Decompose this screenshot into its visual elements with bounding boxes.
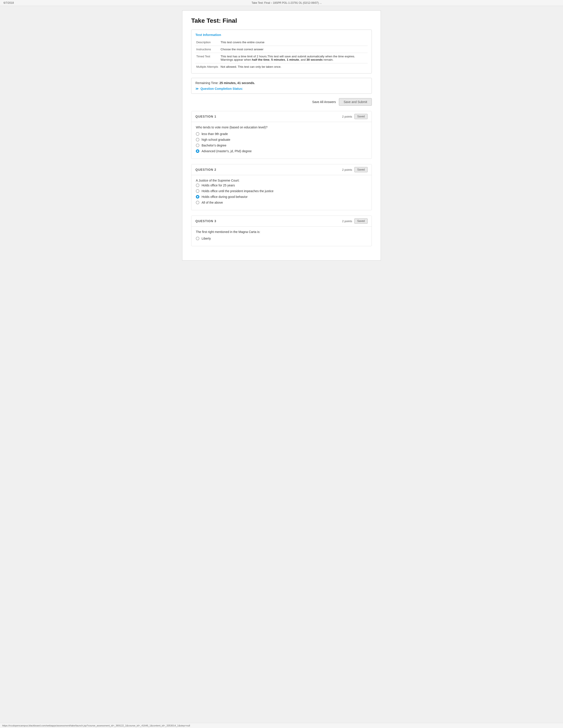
option-label: Holds office for 25 years	[201, 184, 235, 187]
list-item[interactable]: Bachelor's degree	[196, 144, 367, 147]
radio-icon[interactable]	[196, 184, 199, 187]
question-2-header: QUESTION 2 2 points Saved	[191, 164, 372, 175]
question-2-points: 2 points	[342, 168, 352, 171]
actions-row: Save All Answers Save and Submit	[191, 98, 372, 106]
radio-icon[interactable]	[196, 138, 199, 141]
list-item[interactable]: Advanced (master's, jd, Phd) degree	[196, 149, 367, 153]
info-row-description: Description This test covers the entire …	[195, 39, 368, 46]
info-row-instructions: Instructions Choose the most correct ans…	[195, 46, 368, 53]
question-1-header: QUESTION 1 2 points Saved	[191, 111, 372, 122]
info-label-instructions: Instructions	[195, 46, 220, 53]
option-label: Bachelor's degree	[201, 144, 226, 147]
radio-icon-selected[interactable]	[196, 149, 199, 153]
question-3-options: Liberty	[196, 237, 367, 240]
list-item[interactable]: Holds office until the president impeach…	[196, 189, 367, 193]
info-value-timed: This test has a time limit of 2 hours.Th…	[220, 53, 368, 63]
test-info-table: Description This test covers the entire …	[195, 39, 368, 70]
question-1-meta: 2 points Saved	[342, 114, 368, 119]
info-label-attempts: Multiple Attempts	[195, 63, 220, 70]
question-2-label: QUESTION 2	[195, 168, 216, 171]
option-label: Holds office until the president impeach…	[201, 189, 273, 193]
info-value-instructions: Choose the most correct answer	[220, 46, 368, 53]
list-item[interactable]: All of the above	[196, 201, 367, 204]
question-2-meta: 2 points Saved	[342, 167, 368, 172]
radio-icon[interactable]	[196, 189, 199, 193]
question-3-header: QUESTION 3 2 points Saved	[191, 216, 372, 227]
radio-icon[interactable]	[196, 144, 199, 147]
remaining-time: Remaining Time: 25 minutes, 41 seconds.	[195, 81, 368, 85]
question-3-text: The first right mentioned in the Magna C…	[196, 230, 367, 234]
option-label: high school graduate	[201, 138, 230, 141]
page-title: Take Test: Final	[191, 17, 372, 24]
option-label: Holds office during good behavior	[201, 195, 247, 199]
question-1-text: Who tends to vote more (based on educati…	[196, 126, 367, 129]
question-block-2: QUESTION 2 2 points Saved A Justice of t…	[191, 164, 372, 210]
question-2-saved-badge: Saved	[354, 167, 368, 172]
list-item[interactable]: Holds office during good behavior	[196, 195, 367, 199]
completion-arrow-icon: ≫	[195, 87, 199, 90]
option-label: All of the above	[201, 201, 223, 204]
info-value-attempts: Not allowed. This test can only be taken…	[220, 63, 368, 70]
completion-label: Question Completion Status:	[200, 87, 243, 90]
remaining-time-prefix: Remaining Time:	[195, 81, 218, 85]
question-completion-status[interactable]: ≫ Question Completion Status:	[195, 87, 368, 90]
question-2-options: Holds office for 25 years Holds office u…	[196, 184, 367, 204]
radio-icon[interactable]	[196, 201, 199, 204]
question-1-body: Who tends to vote more (based on educati…	[191, 122, 372, 159]
info-label-description: Description	[195, 39, 220, 46]
info-row-timed: Timed Test This test has a time limit of…	[195, 53, 368, 63]
radio-icon[interactable]	[196, 237, 199, 240]
save-all-label: Save All Answers	[312, 100, 336, 104]
info-value-description: This test covers the entire course	[220, 39, 368, 46]
remaining-time-value: 25 minutes, 41 seconds.	[219, 81, 255, 85]
info-label-timed: Timed Test	[195, 53, 220, 63]
question-3-body: The first right mentioned in the Magna C…	[191, 227, 372, 246]
list-item[interactable]: Liberty	[196, 237, 367, 240]
option-label: less than 9th grade	[201, 132, 228, 136]
list-item[interactable]: high school graduate	[196, 138, 367, 141]
info-row-attempts: Multiple Attempts Not allowed. This test…	[195, 63, 368, 70]
radio-icon[interactable]	[196, 132, 199, 136]
question-1-label: QUESTION 1	[195, 115, 216, 118]
question-3-saved-badge: Saved	[354, 218, 368, 224]
question-block-3: QUESTION 3 2 points Saved The first righ…	[191, 216, 372, 246]
question-2-stem: A Justice of the Supreme Court:	[196, 179, 367, 182]
question-3-points: 2 points	[342, 220, 352, 223]
question-1-points: 2 points	[342, 115, 352, 118]
question-block-1: QUESTION 1 2 points Saved Who tends to v…	[191, 111, 372, 159]
timer-box: Remaining Time: 25 minutes, 41 seconds. …	[191, 78, 372, 94]
list-item[interactable]: less than 9th grade	[196, 132, 367, 136]
radio-icon-selected[interactable]	[196, 195, 199, 199]
question-2-body: A Justice of the Supreme Court: Holds of…	[191, 175, 372, 210]
question-1-saved-badge: Saved	[354, 114, 368, 119]
question-1-options: less than 9th grade high school graduate…	[196, 132, 367, 153]
question-3-label: QUESTION 3	[195, 219, 216, 223]
question-3-meta: 2 points Saved	[342, 218, 368, 224]
browser-date: 6/7/2018	[4, 1, 14, 4]
option-label: Advanced (master's, jd, Phd) degree	[201, 149, 252, 153]
save-submit-button[interactable]: Save and Submit	[339, 98, 372, 106]
test-info-box: Test Information Description This test c…	[191, 30, 372, 73]
list-item[interactable]: Holds office for 25 years	[196, 184, 367, 187]
test-info-heading: Test Information	[195, 33, 368, 37]
browser-bar: 6/7/2018 Take Test: Final – 18SPR POL-1-…	[0, 0, 563, 6]
page-wrapper: Take Test: Final Test Information Descri…	[182, 10, 381, 261]
option-label: Liberty	[201, 237, 211, 240]
browser-tab-title: Take Test: Final – 18SPR POL-1-23791 OL …	[252, 1, 322, 4]
